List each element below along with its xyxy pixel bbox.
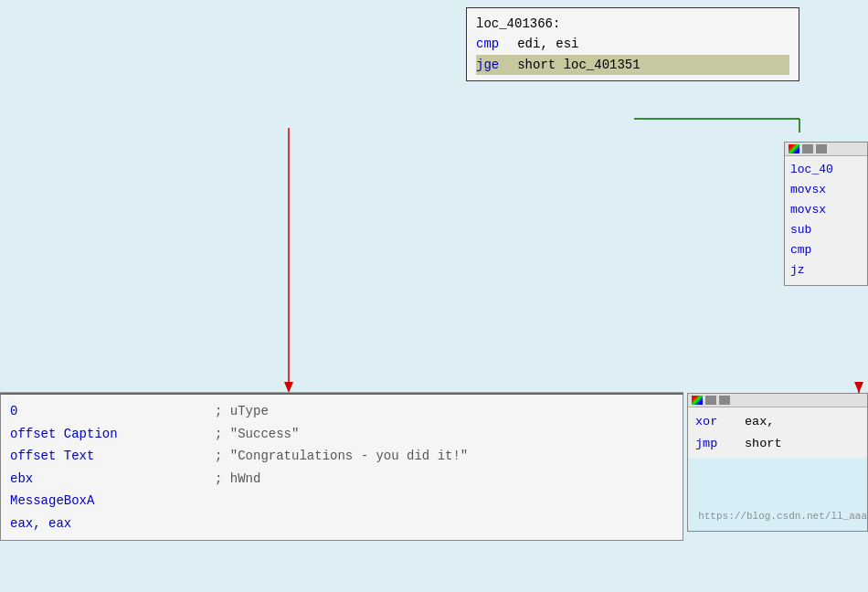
bl-r1-col1: 0	[10, 400, 211, 423]
right-panel-bottom: xor eax, jmp short https://blog.csdn.net…	[687, 393, 868, 532]
rp-cmp: cmp	[790, 243, 811, 257]
bl-r5-col1: MessageBoxA	[10, 490, 94, 513]
bl-row-1: 0 ; uType	[10, 400, 673, 423]
rp-b-jmp-ops: short	[745, 433, 782, 455]
bl-row-4: ebx ; hWnd	[10, 468, 673, 491]
panel-titlebar-bottom	[688, 394, 867, 407]
rp-b-line-2: jmp short	[695, 433, 860, 455]
color-icon-2	[692, 396, 703, 405]
operands-cmp: edi, esi	[517, 34, 578, 54]
rp-line-4: sub	[790, 220, 862, 240]
gray-icon-3	[705, 396, 716, 405]
svg-marker-5	[854, 382, 863, 393]
bl-r4-col1: ebx	[10, 468, 211, 491]
code-label-text: loc_401366:	[476, 14, 560, 34]
bl-r2-comment: ; "Success"	[215, 423, 299, 446]
bl-r1-col2: ; uType	[215, 400, 269, 423]
bl-r3-col1: offset Text	[10, 445, 211, 468]
bl-row-6: eax, eax	[10, 513, 673, 535]
bl-row-3: offset Text ; "Congratulations - you did…	[10, 445, 673, 468]
panel-titlebar-top	[785, 143, 867, 156]
mnemonic-cmp: cmp	[476, 34, 499, 54]
bl-row-5: MessageBoxA	[10, 490, 673, 513]
bottom-left-code-block: 0 ; uType offset Caption ; "Success" off…	[0, 393, 683, 541]
main-canvas: loc_401366: cmp edi, esi jge short loc_4…	[0, 0, 868, 592]
watermark: https://blog.csdn.net/ll_aaa	[698, 511, 867, 522]
rp-line-2: movsx	[790, 180, 862, 200]
mnemonic-jge: jge	[476, 55, 499, 75]
operands-jge: short loc_401351	[517, 55, 640, 75]
rp-line-1: loc_40	[790, 160, 862, 180]
bl-r6-col1: eax, eax	[10, 513, 71, 535]
rp-line-5: cmp	[790, 240, 862, 260]
bl-r3-comment: ; "Congratulations - you did it!"	[215, 445, 468, 468]
rp-b-xor: xor	[695, 411, 741, 433]
rp-b-jmp: jmp	[695, 433, 741, 455]
code-line-jge: jge short loc_401351	[476, 55, 789, 75]
bl-r2-col1: offset Caption	[10, 423, 211, 446]
rp-line-6: jz	[790, 260, 862, 280]
rp-loc: loc_40	[790, 163, 833, 176]
top-code-block: loc_401366: cmp edi, esi jge short loc_4…	[466, 7, 799, 81]
right-panel-top: loc_40 movsx movsx sub cmp jz	[784, 142, 868, 286]
rp-sub: sub	[790, 223, 811, 237]
rp-b-line-1: xor eax,	[695, 411, 860, 433]
svg-marker-1	[284, 382, 293, 393]
rp-jz: jz	[790, 263, 805, 277]
rp-movsx2: movsx	[790, 203, 826, 217]
rp-b-xor-ops: eax,	[745, 411, 774, 433]
right-panel-top-code: loc_40 movsx movsx sub cmp jz	[785, 156, 867, 285]
right-panel-bottom-code: xor eax, jmp short	[688, 407, 867, 458]
bl-row-2: offset Caption ; "Success"	[10, 423, 673, 446]
code-label: loc_401366:	[476, 14, 789, 34]
gray-icon-2	[816, 144, 827, 153]
bl-r4-comment: ; hWnd	[215, 468, 260, 491]
rp-movsx1: movsx	[790, 183, 826, 196]
color-icon-1	[789, 144, 799, 153]
gray-icon-1	[802, 144, 813, 153]
code-line-cmp: cmp edi, esi	[476, 34, 789, 54]
rp-line-3: movsx	[790, 200, 862, 220]
gray-icon-4	[719, 396, 730, 405]
